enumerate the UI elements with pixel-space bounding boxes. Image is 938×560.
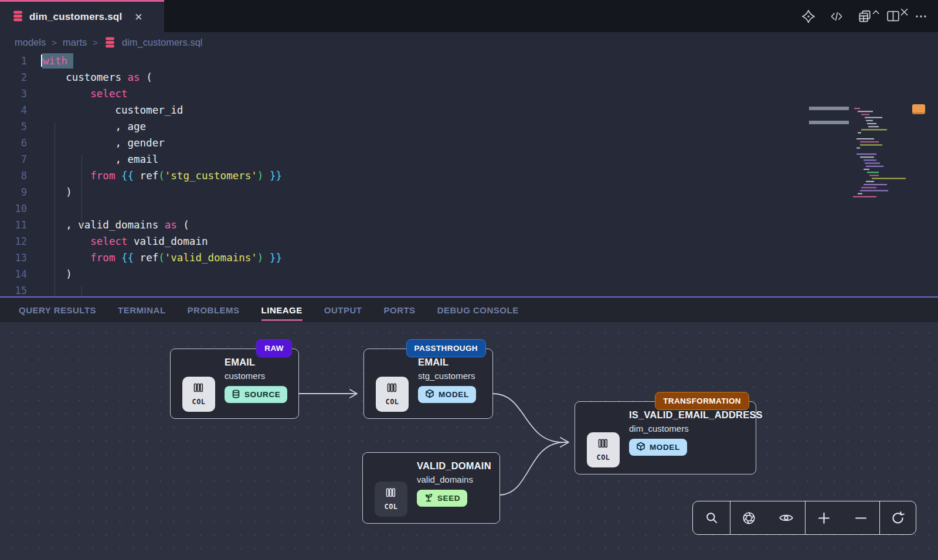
lineage-node-stg-customers[interactable]: PASSTHROUGHCOLEMAILstg_customersMODEL [363, 349, 493, 419]
code-line[interactable]: 2 customers as ( [0, 69, 938, 86]
panel-tab-lineage[interactable]: LINEAGE [261, 305, 303, 315]
lineage-canvas[interactable]: RAWCOLEMAILcustomersSOURCE PASSTHROUGHCO… [0, 322, 938, 560]
code-line[interactable]: 9 ) [0, 184, 938, 200]
close-tab-icon[interactable]: ✕ [134, 11, 142, 23]
breadcrumb-file[interactable]: dim_customers.sql [122, 37, 203, 48]
panel-tab-query-results[interactable]: QUERY RESULTS [19, 305, 96, 315]
breadcrumb-separator: > [52, 37, 57, 47]
line-number: 11 [0, 219, 41, 231]
column-icon-box: COL [376, 377, 409, 412]
chevron-up-icon[interactable] [870, 6, 883, 19]
columns-icon [386, 383, 398, 397]
indent-guide [81, 286, 82, 296]
line-number: 3 [0, 88, 41, 100]
refresh-button[interactable] [889, 509, 907, 527]
code-line[interactable]: 11 , valid_domains as ( [0, 217, 938, 233]
breadcrumb-item[interactable]: marts [63, 37, 87, 48]
code-line[interactable]: 4 customer_id [0, 102, 938, 118]
plus-button[interactable] [815, 509, 833, 527]
columns-icon [597, 438, 609, 452]
panel-tab-problems[interactable]: PROBLEMS [188, 305, 240, 315]
node-table-name: dim_customers [629, 424, 756, 433]
dbt-logo-icon[interactable] [801, 9, 816, 24]
breadcrumb-item[interactable]: models [15, 37, 46, 48]
line-number: 4 [0, 104, 41, 116]
code-line[interactable]: 8 from {{ ref('stg_customers') }} [0, 168, 938, 184]
node-type-pill: SOURCE [225, 386, 287, 403]
app-window: dim_customers.sql ✕ models>marts>dim_cus… [0, 0, 938, 560]
minus-button[interactable] [852, 509, 870, 527]
code-line[interactable]: 7 , email [0, 151, 938, 168]
node-column-name: IS_VALID_EMAIL_ADDRESS [629, 409, 756, 421]
lineage-node-valid-domains[interactable]: COLVALID_DOMAINvalid_domainsSEED [362, 452, 500, 524]
line-number: 7 [0, 153, 41, 165]
panel-tab-ports[interactable]: PORTS [383, 305, 415, 315]
line-number: 12 [0, 235, 41, 247]
code-line[interactable]: 1with [0, 53, 938, 69]
line-number: 2 [0, 71, 41, 83]
line-number: 14 [0, 268, 41, 280]
scrollbar-marker[interactable] [912, 104, 925, 114]
node-column-name: EMAIL [418, 357, 492, 368]
line-number: 6 [0, 137, 41, 149]
sprout-icon [424, 493, 433, 504]
panel-actions [870, 0, 911, 25]
eye-button[interactable] [777, 509, 795, 527]
breadcrumb-separator: > [93, 37, 98, 47]
panel-tab-debug-console[interactable]: DEBUG CONSOLE [437, 305, 519, 315]
node-badge: PASSTHROUGH [406, 339, 486, 357]
node-table-name: customers [225, 371, 298, 381]
cube-icon [425, 389, 434, 400]
node-table-name: stg_customers [418, 371, 492, 381]
more-icon[interactable] [913, 9, 929, 24]
code-line[interactable]: 6 , gender [0, 135, 938, 151]
node-column-name: EMAIL [225, 357, 298, 368]
aperture-button[interactable] [740, 509, 758, 527]
line-number: 10 [0, 203, 41, 214]
code-line[interactable]: 3 select [0, 86, 938, 102]
search-button[interactable] [703, 509, 721, 527]
code-line[interactable]: 12 select valid_domain [0, 233, 938, 250]
panel-tab-output[interactable]: OUTPUT [324, 305, 362, 315]
line-number: 1 [0, 55, 41, 67]
toolbar-group [693, 501, 730, 534]
column-icon-box: COL [587, 432, 620, 467]
node-badge: RAW [256, 339, 292, 357]
col-label: COL [596, 453, 610, 462]
editor-tab-bar: dim_customers.sql ✕ [0, 0, 938, 32]
database-icon [13, 11, 23, 24]
node-body: VALID_DOMAINvalid_domainsSEED [417, 453, 499, 507]
lineage-node-customers[interactable]: RAWCOLEMAILcustomersSOURCE [170, 349, 299, 419]
line-number: 8 [0, 170, 41, 182]
col-label: COL [384, 503, 397, 511]
code-line[interactable]: 15 [0, 282, 938, 296]
code-lines: 1with2 customers as (3 select4 customer_… [0, 53, 938, 296]
node-column-name: VALID_DOMAIN [417, 460, 499, 472]
column-icon-box: COL [182, 377, 215, 412]
columns-icon [193, 383, 205, 397]
indent-guide [81, 155, 82, 227]
toolbar-group [730, 501, 805, 534]
line-number: 9 [0, 186, 41, 198]
line-number: 13 [0, 252, 41, 264]
node-type-pill: SEED [417, 490, 467, 507]
file-tab-title: dim_customers.sql [29, 11, 122, 23]
lineage-node-dim-customers[interactable]: TRANSFORMATIONCOLIS_VALID_EMAIL_ADDRESSd… [575, 401, 756, 474]
database-icon [105, 37, 115, 48]
node-type-pill: MODEL [418, 386, 476, 403]
minimap-decoration [809, 121, 849, 124]
col-label: COL [385, 398, 399, 406]
code-line[interactable]: 10 [0, 200, 938, 217]
code-icon[interactable] [829, 9, 844, 24]
file-tab[interactable]: dim_customers.sql ✕ [0, 0, 164, 32]
node-badge: TRANSFORMATION [655, 392, 749, 410]
minimap-decoration [809, 107, 849, 110]
bottom-panel-tabs: QUERY RESULTSTERMINALPROBLEMSLINEAGEOUTP… [0, 298, 938, 322]
code-line[interactable]: 5 , age [0, 118, 938, 135]
close-icon[interactable] [898, 6, 911, 19]
column-icon-box: COL [375, 482, 407, 517]
code-editor[interactable]: 1with2 customers as (3 select4 customer_… [0, 53, 938, 296]
code-line[interactable]: 14 ) [0, 266, 938, 282]
panel-tab-terminal[interactable]: TERMINAL [118, 305, 166, 315]
code-line[interactable]: 13 from {{ ref('valid_domains') }} [0, 250, 938, 266]
